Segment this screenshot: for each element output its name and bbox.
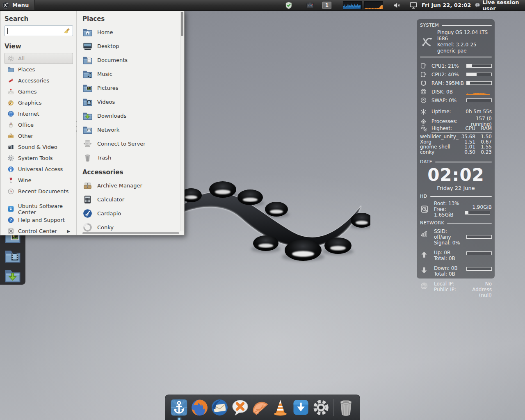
menu-item-network[interactable]: Network bbox=[82, 123, 177, 137]
system-header: SYSTEM bbox=[420, 23, 439, 28]
tray-display-settings[interactable] bbox=[409, 1, 418, 9]
dock-item-trash[interactable] bbox=[336, 398, 356, 418]
view-item-accessories[interactable]: Accessories bbox=[5, 75, 73, 86]
menu-horizontal-scrollbar[interactable] bbox=[82, 232, 179, 234]
control-center-icon bbox=[7, 228, 14, 235]
view-item-other[interactable]: Other bbox=[5, 130, 73, 142]
view-item-recent-documents[interactable]: Recent Documents bbox=[5, 186, 73, 197]
menu-item-home[interactable]: Home bbox=[82, 25, 177, 39]
arrow-down-icon bbox=[420, 266, 428, 274]
view-item-label: Office bbox=[18, 122, 34, 128]
panel-clock[interactable]: Fri Jun 22, 02:02 bbox=[422, 0, 471, 10]
tray-security-shield[interactable] bbox=[285, 1, 293, 9]
blue-download-icon bbox=[7, 205, 14, 212]
dock-item-vlc[interactable] bbox=[270, 398, 290, 418]
dock-item-system-settings[interactable] bbox=[311, 398, 331, 418]
process-row: conky0.500.23 bbox=[420, 150, 492, 155]
menu-item-label: Documents bbox=[97, 57, 128, 63]
menu-item-documents[interactable]: Documents bbox=[82, 53, 177, 67]
menu-item-trash[interactable]: Trash bbox=[82, 151, 177, 164]
menu-item-label: Desktop bbox=[97, 43, 119, 49]
thunderbird-icon bbox=[210, 398, 229, 417]
view-item-label: Recent Documents bbox=[18, 188, 68, 194]
workspace-label: 1 bbox=[322, 2, 331, 9]
menu-item-cardapio[interactable]: Cardapio bbox=[82, 206, 177, 220]
menu-item-label: Calculator bbox=[97, 196, 124, 203]
menu-item-label: Home bbox=[97, 29, 113, 35]
meter-bar bbox=[466, 98, 492, 102]
desktop-screen-icon bbox=[82, 41, 93, 51]
dock-item-xchat[interactable] bbox=[230, 398, 250, 418]
xchat-icon bbox=[231, 398, 249, 417]
net-graph-icon bbox=[364, 1, 383, 9]
menu-item-videos[interactable]: Videos bbox=[82, 95, 177, 109]
menu-left-column: Search View AllPlacesAccessoriesGamesGra… bbox=[0, 11, 77, 235]
ram-column-header: RAM bbox=[477, 126, 492, 131]
application-menu: Search View AllPlacesAccessoriesGamesGra… bbox=[0, 11, 185, 235]
trash-dock-icon bbox=[337, 398, 355, 417]
hd-root: Root: 13% bbox=[434, 201, 463, 206]
view-item-office[interactable]: Office bbox=[5, 119, 73, 130]
text-caret bbox=[7, 28, 8, 34]
menu-item-music[interactable]: ♫Music bbox=[82, 67, 177, 81]
camera-icon bbox=[306, 1, 314, 9]
folder-pictures-icon bbox=[82, 83, 93, 93]
vlc-icon bbox=[271, 398, 290, 417]
view-item-graphics[interactable]: Graphics bbox=[5, 97, 73, 108]
menu-item-label: Conky bbox=[97, 224, 114, 231]
view-item-games[interactable]: Games bbox=[5, 86, 73, 97]
server-connect-icon bbox=[82, 139, 93, 149]
tray-cpu-monitor-graph[interactable] bbox=[343, 1, 362, 9]
view-item-wine[interactable]: Wine bbox=[5, 175, 73, 186]
action-ubuntu-software-center[interactable]: Ubuntu Software Center bbox=[5, 203, 73, 215]
action-help-and-support[interactable]: ?Help and Support bbox=[5, 215, 73, 226]
tray-volume[interactable] bbox=[393, 1, 401, 9]
dock-item-download-manager[interactable] bbox=[291, 398, 311, 418]
dock-item-docky[interactable] bbox=[169, 398, 189, 418]
tray-screenshot-tool[interactable] bbox=[306, 1, 314, 9]
meter-bar bbox=[466, 81, 492, 85]
dock-item-firefox[interactable] bbox=[189, 398, 209, 418]
highest-label: Highest: bbox=[431, 126, 456, 131]
net-row-down: Down: 0BTotal: 0B bbox=[420, 265, 492, 277]
shield-check-icon bbox=[285, 1, 293, 9]
session-indicator[interactable]: Live session user bbox=[475, 0, 525, 10]
process-row: webilder_unity_35.681.50 bbox=[420, 134, 492, 139]
net-bar bbox=[466, 235, 492, 239]
dock-item-clementine[interactable] bbox=[250, 398, 270, 418]
menu-item-calculator[interactable]: Calculator bbox=[82, 192, 177, 206]
cpu-chip-icon bbox=[420, 71, 427, 78]
menu-item-archive-manager[interactable]: Archive Manager bbox=[82, 178, 177, 192]
pen-cup-icon bbox=[7, 121, 14, 128]
folder-network-icon bbox=[82, 125, 93, 135]
view-item-sound-video[interactable]: Sound & Video bbox=[5, 142, 73, 153]
menu-vertical-scrollbar[interactable] bbox=[180, 11, 184, 231]
tray-network-monitor-graph[interactable] bbox=[364, 1, 383, 9]
action-label: Help and Support bbox=[18, 217, 65, 223]
strip-item-downloads-folder[interactable] bbox=[3, 267, 22, 285]
view-item-all[interactable]: All bbox=[5, 53, 73, 64]
menu-button[interactable]: Menu bbox=[0, 0, 35, 10]
menu-item-downloads[interactable]: Downloads bbox=[82, 109, 177, 123]
meter-ram: RAM: 395MiB bbox=[420, 79, 492, 87]
tray-workspace-switcher[interactable]: 1 bbox=[322, 1, 331, 9]
net-labels: Up: 0BTotal: 0B bbox=[434, 250, 463, 261]
top-panel: Menu 1 Fri Jun 22, 02:02 Live session us… bbox=[0, 0, 525, 11]
conky-section-network: NETWORK bbox=[420, 220, 492, 226]
search-input[interactable] bbox=[5, 25, 73, 36]
os-name: Pinguy OS 12.04 LTS i686 bbox=[437, 30, 492, 42]
scrollbar-thumb[interactable] bbox=[181, 12, 183, 36]
view-item-places[interactable]: Places bbox=[5, 64, 73, 75]
meter-bar bbox=[466, 73, 492, 76]
menu-item-connect-to-server[interactable]: Connect to Server bbox=[82, 137, 177, 151]
view-item-system-tools[interactable]: System Tools bbox=[5, 153, 73, 164]
info-label: Processes: bbox=[431, 119, 457, 124]
menu-item-pictures[interactable]: Pictures bbox=[82, 81, 177, 95]
view-item-internet[interactable]: Internet bbox=[5, 108, 73, 119]
menu-item-desktop[interactable]: Desktop bbox=[82, 39, 177, 53]
strip-item-videos-folder[interactable] bbox=[3, 247, 22, 265]
view-item-universal-access[interactable]: Universal Access bbox=[5, 164, 73, 175]
action-control-center[interactable]: Control Center▶ bbox=[5, 226, 73, 237]
process-cpu: 1.01 bbox=[457, 144, 475, 150]
dock-item-thunderbird[interactable] bbox=[210, 398, 230, 418]
